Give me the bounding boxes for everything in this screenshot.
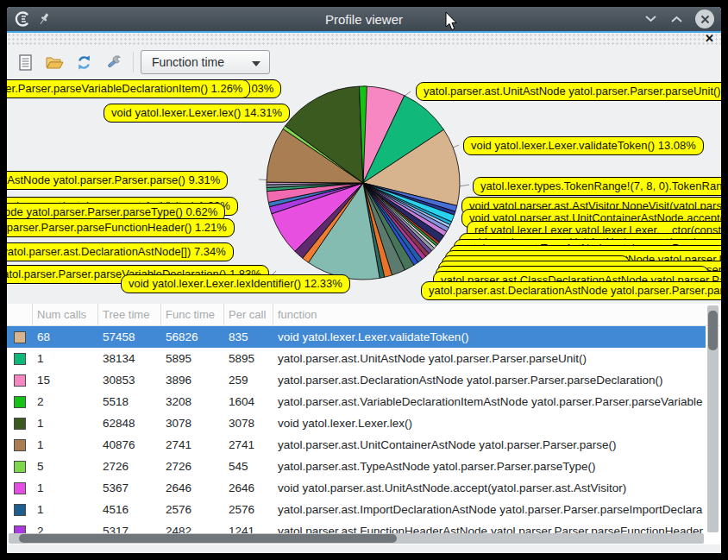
cell-num-calls: 1 [33, 503, 98, 516]
close-button[interactable] [695, 9, 714, 28]
window-bottom-strip [7, 544, 721, 553]
row-color-swatch [14, 482, 26, 494]
cell-tree-time: 57458 [98, 330, 161, 343]
row-color-swatch [14, 331, 26, 343]
pie-label: yatol.parser.ast.UnitContainerAstNode ya… [7, 171, 228, 190]
cell-func-time: 5895 [161, 352, 224, 365]
cell-tree-time: 30853 [98, 374, 161, 387]
cell-num-calls: 5 [33, 460, 98, 473]
cell-function: yatol.parser.ast.VariableDeclarationItem… [273, 395, 706, 408]
open-folder-icon [46, 55, 64, 70]
cell-func-time: 2576 [161, 503, 224, 516]
cell-per-call: 2741 [224, 438, 273, 451]
row-color-swatch [14, 374, 26, 387]
cell-func-time: 3208 [161, 395, 224, 408]
cell-per-call: 545 [224, 460, 273, 473]
cell-function: yatol.parser.ast.UnitContainerAstNode ya… [273, 438, 706, 451]
pie-label: void yatol.lexer.Lexer.lex() 14.31% [104, 104, 290, 123]
cell-tree-time: 5518 [98, 395, 161, 408]
cell-tree-time: 40876 [98, 438, 161, 451]
table-row[interactable]: 685745856826835void yatol.lexer.Lexer.va… [7, 326, 706, 348]
cell-function: void yatol.lexer.Lexer.validateToken() [273, 330, 706, 343]
profile-viewer-window: Profile viewer ✕ [7, 7, 721, 553]
pie-label: yatol.lexer.types.TokenRange!(7, 8, 0).T… [473, 177, 721, 196]
dock-close-icon[interactable]: ✕ [705, 32, 714, 46]
toolbar: Function time [7, 47, 721, 78]
table-row[interactable]: 14087627412741yatol.parser.ast.UnitConta… [7, 434, 706, 456]
row-color-swatch [14, 461, 26, 473]
row-color-swatch [14, 439, 26, 451]
cell-tree-time: 38134 [98, 352, 161, 365]
table-row[interactable]: 527262726545yatol.parser.ast.TypeAstNode… [7, 456, 706, 477]
cell-tree-time: 62848 [98, 417, 161, 430]
row-color-swatch [14, 396, 26, 408]
cell-tree-time: 4516 [98, 503, 161, 516]
cell-per-call: 3078 [224, 417, 273, 430]
cell-num-calls: 15 [33, 374, 98, 387]
vertical-scrollbar[interactable] [707, 305, 719, 532]
cell-num-calls: 1 [33, 481, 98, 494]
refresh-button[interactable] [72, 51, 95, 73]
cell-per-call: 5895 [224, 352, 273, 365]
cell-func-time: 2741 [161, 438, 224, 451]
cell-per-call: 1604 [224, 395, 273, 408]
cell-function: yatol.parser.ast.UnitAstNode yatol.parse… [273, 352, 706, 365]
pie-label: void yatol.parser.Parser.parseDeclaratio… [7, 242, 234, 261]
profile-mode-combobox[interactable]: Function time [141, 50, 270, 74]
cell-per-call: 2646 [224, 481, 273, 494]
cell-func-time: 2726 [161, 460, 224, 473]
cell-per-call: 2576 [224, 503, 273, 516]
minimize-button[interactable] [643, 12, 657, 26]
cell-tree-time: 2726 [98, 460, 161, 473]
cell-func-time: 56826 [161, 330, 224, 343]
table-row[interactable]: 1451625762576yatol.parser.ast.ImportDecl… [7, 499, 706, 520]
pie-label: yatol.parser.ast.DeclarationAstNode yato… [421, 281, 721, 300]
cell-per-call: 259 [224, 374, 273, 387]
header-per-call[interactable]: Per call [224, 304, 273, 325]
header-num-calls[interactable]: Num calls [33, 304, 98, 325]
header-function[interactable]: function [273, 304, 721, 325]
cell-function: void yatol.parser.ast.UnitAstNode.accept… [273, 481, 706, 494]
combobox-value: Function time [152, 55, 224, 69]
report-button[interactable] [14, 51, 36, 73]
cell-num-calls: 2 [33, 395, 98, 408]
cell-func-time: 3896 [161, 374, 224, 387]
horizontal-scrollbar-handle[interactable] [19, 534, 397, 543]
horizontal-scrollbar[interactable] [9, 533, 704, 544]
cell-function: yatol.parser.ast.DeclarationAstNode yato… [273, 374, 706, 387]
table-row[interactable]: 13813458955895yatol.parser.ast.UnitAstNo… [7, 348, 706, 369]
row-color-swatch [14, 504, 26, 516]
cell-function: yatol.parser.ast.TypeAstNode yatol.parse… [273, 460, 706, 473]
vertical-scrollbar-handle[interactable] [708, 311, 718, 350]
pie-chart-area: yatol.parser.ast.DeclarationAstNode yato… [7, 78, 721, 304]
header-tree-time[interactable]: Tree time [98, 304, 161, 325]
row-color-swatch [14, 418, 26, 430]
table-row[interactable]: 2551832081604yatol.parser.ast.VariableDe… [7, 391, 706, 412]
cell-per-call: 835 [224, 330, 273, 343]
open-button[interactable] [43, 51, 66, 73]
cell-function: void yatol.lexer.Lexer.lex() [273, 417, 706, 430]
table-body: 685745856826835void yatol.lexer.Lexer.va… [7, 326, 706, 542]
cell-func-time: 3078 [161, 417, 224, 430]
header-color-column [7, 304, 33, 325]
table-row[interactable]: 15308533896259yatol.parser.ast.Declarati… [7, 369, 706, 391]
header-func-time[interactable]: Func time [161, 304, 224, 325]
toolbar-separator [133, 52, 134, 72]
cell-function: yatol.parser.ast.ImportDeclarationAstNod… [273, 503, 706, 516]
pie-label: void yatol.lexer.Lexer.lexIdentifier() 1… [121, 274, 350, 293]
table-row[interactable]: 16284830783078void yatol.lexer.Lexer.lex… [7, 412, 706, 434]
titlebar[interactable]: Profile viewer [7, 7, 721, 31]
pie-label: yatol.parser.ast.FunctionHeaderAstNode y… [7, 218, 235, 237]
cell-func-time: 2646 [161, 481, 224, 494]
refresh-icon [76, 54, 92, 71]
table-row[interactable]: 1536726462646void yatol.parser.ast.UnitA… [7, 477, 706, 499]
cell-num-calls: 1 [33, 352, 98, 365]
mouse-cursor [445, 12, 459, 33]
options-button[interactable] [102, 51, 124, 73]
report-icon [18, 54, 33, 71]
pie-label: yatol.parser.ast.UnitAstNode yatol.parse… [416, 82, 721, 101]
dock-strip: ✕ [7, 33, 721, 47]
chevron-down-icon [252, 61, 260, 66]
maximize-button[interactable] [669, 12, 683, 26]
wrench-icon [105, 54, 122, 71]
